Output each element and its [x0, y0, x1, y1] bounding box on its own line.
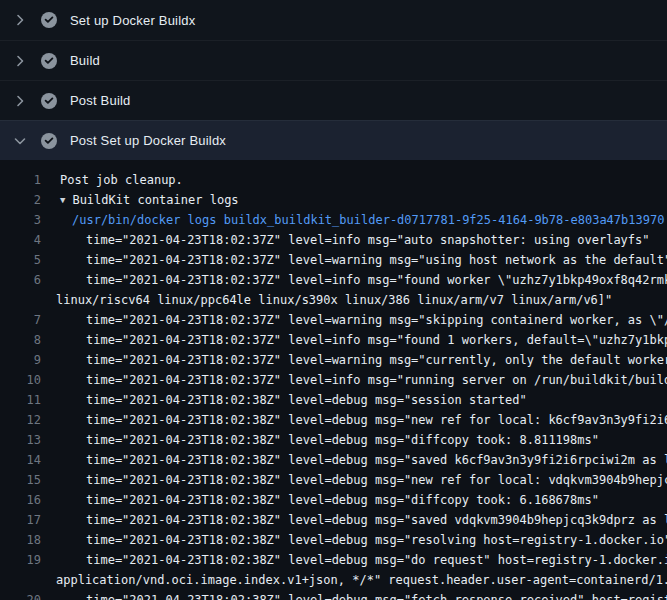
log-line: 5time="2021-04-23T18:02:37Z" level=warni… — [0, 250, 667, 270]
log-line: 7time="2021-04-23T18:02:37Z" level=warni… — [0, 310, 667, 330]
line-number[interactable]: 3 — [0, 210, 52, 230]
line-number[interactable]: 11 — [0, 390, 52, 410]
line-number[interactable]: 1 — [0, 170, 52, 190]
chevron-down-icon[interactable] — [12, 133, 28, 149]
log-text: time="2021-04-23T18:02:38Z" level=debug … — [52, 410, 667, 430]
log-viewer[interactable]: 1Post job cleanup.2▼BuildKit container l… — [0, 160, 667, 600]
log-text: time="2021-04-23T18:02:38Z" level=debug … — [52, 590, 667, 600]
line-number[interactable]: 16 — [0, 490, 52, 510]
step-header-build[interactable]: Build — [0, 40, 667, 80]
step-header-setup-docker-buildx[interactable]: Set up Docker Buildx — [0, 0, 667, 40]
log-text: time="2021-04-23T18:02:37Z" level=info m… — [52, 370, 667, 390]
line-number[interactable]: 9 — [0, 350, 52, 370]
log-line: 16time="2021-04-23T18:02:38Z" level=debu… — [0, 490, 667, 510]
actions-log-panel: Set up Docker Buildx Build Post Build — [0, 0, 667, 600]
log-line: 9time="2021-04-23T18:02:37Z" level=warni… — [0, 350, 667, 370]
step-label: Set up Docker Buildx — [70, 13, 195, 28]
log-text: time="2021-04-23T18:02:38Z" level=debug … — [52, 490, 667, 510]
log-line: 8time="2021-04-23T18:02:37Z" level=info … — [0, 330, 667, 350]
log-line: 14time="2021-04-23T18:02:38Z" level=debu… — [0, 450, 667, 470]
chevron-right-icon[interactable] — [12, 93, 28, 109]
line-number[interactable]: 7 — [0, 310, 52, 330]
log-text: time="2021-04-23T18:02:38Z" level=debug … — [52, 430, 667, 450]
log-line-wrap: application/vnd.oci.image.index.v1+json,… — [0, 570, 667, 590]
log-text: time="2021-04-23T18:02:38Z" level=debug … — [52, 510, 667, 530]
log-line: 17time="2021-04-23T18:02:38Z" level=debu… — [0, 510, 667, 530]
check-circle-icon — [41, 12, 57, 28]
check-circle-icon — [41, 53, 57, 69]
line-number — [0, 570, 52, 590]
log-line: 2▼BuildKit container logs — [0, 190, 667, 210]
log-text: time="2021-04-23T18:02:37Z" level=warnin… — [52, 250, 667, 270]
check-circle-icon — [41, 93, 57, 109]
line-number[interactable]: 18 — [0, 530, 52, 550]
chevron-right-icon[interactable] — [12, 12, 28, 28]
step-list: Set up Docker Buildx Build Post Build — [0, 0, 667, 160]
group-collapse-icon[interactable]: ▼ — [60, 195, 65, 205]
log-text: time="2021-04-23T18:02:38Z" level=debug … — [52, 470, 667, 490]
log-text: Post job cleanup. — [52, 170, 667, 190]
log-text: time="2021-04-23T18:02:38Z" level=debug … — [52, 450, 667, 470]
line-number[interactable]: 14 — [0, 450, 52, 470]
line-number[interactable]: 12 — [0, 410, 52, 430]
log-line: 15time="2021-04-23T18:02:38Z" level=debu… — [0, 470, 667, 490]
line-number[interactable]: 17 — [0, 510, 52, 530]
step-label: Build — [70, 53, 100, 68]
line-number[interactable]: 8 — [0, 330, 52, 350]
log-line-wrap: linux/riscv64 linux/ppc64le linux/s390x … — [0, 290, 667, 310]
log-text: linux/riscv64 linux/ppc64le linux/s390x … — [52, 290, 667, 310]
log-line: 20time="2021-04-23T18:02:38Z" level=debu… — [0, 590, 667, 600]
step-label: Post Set up Docker Buildx — [70, 133, 226, 148]
log-line: 10time="2021-04-23T18:02:37Z" level=info… — [0, 370, 667, 390]
line-number[interactable]: 20 — [0, 590, 52, 600]
line-number[interactable]: 13 — [0, 430, 52, 450]
line-number[interactable]: 19 — [0, 550, 52, 570]
log-text: time="2021-04-23T18:02:38Z" level=debug … — [52, 530, 667, 550]
log-text: time="2021-04-23T18:02:37Z" level=info m… — [52, 330, 667, 350]
log-text: time="2021-04-23T18:02:37Z" level=info m… — [52, 230, 667, 250]
step-header-post-build[interactable]: Post Build — [0, 80, 667, 120]
log-line: 11time="2021-04-23T18:02:38Z" level=debu… — [0, 390, 667, 410]
log-line: 1Post job cleanup. — [0, 170, 667, 190]
line-number — [0, 290, 52, 310]
line-number[interactable]: 10 — [0, 370, 52, 390]
step-label: Post Build — [70, 93, 131, 108]
log-text: time="2021-04-23T18:02:37Z" level=warnin… — [52, 310, 667, 330]
step-header-post-setup-docker-buildx[interactable]: Post Set up Docker Buildx — [0, 120, 667, 160]
log-text: time="2021-04-23T18:02:37Z" level=warnin… — [52, 350, 667, 370]
log-text: ▼BuildKit container logs — [52, 190, 667, 210]
log-line: 3/usr/bin/docker logs buildx_buildkit_bu… — [0, 210, 667, 230]
log-line: 18time="2021-04-23T18:02:38Z" level=debu… — [0, 530, 667, 550]
line-number[interactable]: 6 — [0, 270, 52, 290]
log-line: 12time="2021-04-23T18:02:38Z" level=debu… — [0, 410, 667, 430]
log-line: 13time="2021-04-23T18:02:38Z" level=debu… — [0, 430, 667, 450]
log-text: time="2021-04-23T18:02:38Z" level=debug … — [52, 390, 667, 410]
log-text: time="2021-04-23T18:02:38Z" level=debug … — [52, 550, 667, 570]
check-circle-icon — [41, 133, 57, 149]
log-text: application/vnd.oci.image.index.v1+json,… — [52, 570, 667, 590]
log-line: 19time="2021-04-23T18:02:38Z" level=debu… — [0, 550, 667, 570]
log-text: /usr/bin/docker logs buildx_buildkit_bui… — [52, 210, 667, 230]
line-number[interactable]: 2 — [0, 190, 52, 210]
log-line: 4time="2021-04-23T18:02:37Z" level=info … — [0, 230, 667, 250]
log-text: time="2021-04-23T18:02:37Z" level=info m… — [52, 270, 667, 290]
line-number[interactable]: 15 — [0, 470, 52, 490]
line-number[interactable]: 5 — [0, 250, 52, 270]
line-number[interactable]: 4 — [0, 230, 52, 250]
chevron-right-icon[interactable] — [12, 53, 28, 69]
log-line: 6time="2021-04-23T18:02:37Z" level=info … — [0, 270, 667, 290]
